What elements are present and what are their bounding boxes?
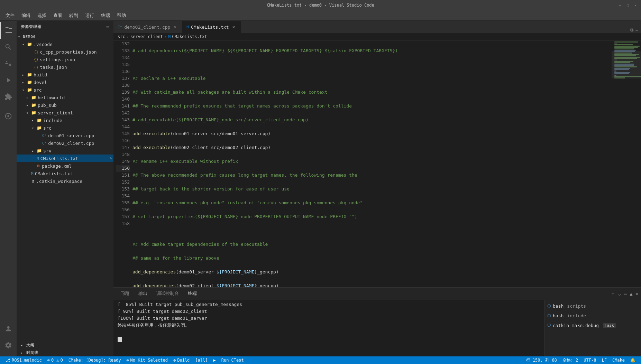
menu-view[interactable]: 查看 [51, 11, 65, 20]
status-play-button[interactable]: ▶ [210, 356, 218, 364]
menu-run[interactable]: 运行 [82, 11, 97, 20]
sidebar-item-helloworld[interactable]: 📁 helloworld [17, 94, 113, 101]
status-encoding[interactable]: UTF-8 [581, 356, 599, 364]
status-all[interactable]: [all] [192, 356, 210, 364]
tab-cmakelists[interactable]: M CMakeLists.txt × [182, 21, 241, 33]
tab-terminal[interactable]: 终端 [184, 289, 201, 298]
terminal-content[interactable]: [ 85%] Built target pub_sub_generate_mes… [113, 300, 544, 356]
line-numbers: 132 133 134 135 136 137 138 139 140 141 … [113, 40, 132, 287]
activity-run[interactable] [0, 72, 17, 88]
sidebar-item-include[interactable]: 📁 include [17, 116, 113, 124]
tab-output[interactable]: 输出 [134, 289, 152, 298]
terminal-split-button[interactable]: ⌵ [618, 291, 621, 297]
status-notifications[interactable]: 🔔 [628, 356, 638, 364]
terminal-close-button[interactable]: × [635, 291, 638, 297]
menu-select[interactable]: 选择 [35, 11, 49, 20]
sidebar: 资源管理器 ⋯ DEMO0 📁 .vscode {} c_cpp_propert… [17, 21, 113, 356]
terminal-more-button[interactable]: ⋯ [624, 291, 627, 297]
status-right: 行 150, 列 68 空格: 2 UTF-8 LF CMake 🔔 [523, 356, 638, 364]
timeline-section[interactable]: 时间线 [17, 349, 113, 356]
status-position[interactable]: 行 150, 列 68 [523, 356, 560, 364]
status-git-branch[interactable]: ⎇ ROS1.melodic [3, 356, 45, 364]
sidebar-item-srv[interactable]: 📁 srv [17, 147, 113, 155]
terminal-instance-catkin[interactable]: ⬡ catkin_make:debug Task [544, 320, 641, 330]
tab-debug-console[interactable]: 调试控制台 [152, 289, 183, 298]
code-line-133 [132, 61, 605, 68]
main-layout: 资源管理器 ⋯ DEMO0 📁 .vscode {} c_cpp_propert… [0, 21, 641, 356]
activity-account[interactable] [0, 320, 17, 337]
new-terminal-button[interactable]: ＋ [611, 291, 615, 297]
sidebar-item-tasks-json[interactable]: {} tasks.json [17, 63, 113, 71]
status-build[interactable]: ⚙ Build [171, 356, 192, 364]
status-spaces[interactable]: 空格: 2 [560, 356, 581, 364]
tab-problems[interactable]: 问题 [116, 289, 134, 298]
code-content[interactable]: # add_dependencies(${PROJECT_NAME} ${${P… [132, 40, 612, 287]
status-cmake[interactable]: CMake: [Debug]: Ready [66, 356, 124, 364]
tab-demo02-client[interactable]: C⁺ demo02_client.cpp × [113, 21, 182, 33]
terminal-maximize-button[interactable]: ▲ [630, 291, 632, 297]
activity-search[interactable] [0, 39, 17, 55]
sidebar-item-demo0[interactable]: DEMO0 [17, 33, 113, 40]
activity-settings[interactable] [0, 337, 17, 354]
menu-terminal[interactable]: 终端 [98, 11, 113, 20]
sidebar-item-devel[interactable]: 📁 devel [17, 78, 113, 86]
sidebar-item-catkin-workspace[interactable]: 🗎 .catkin_workspace [17, 177, 113, 185]
status-errors[interactable]: ⊗ 0 ⚠ 0 [45, 356, 66, 364]
sidebar-item-pub-sub[interactable]: 📁 pub_sub [17, 101, 113, 109]
breadcrumb-cmakelists[interactable]: CMakeLists.txt [172, 34, 207, 39]
maximize-button[interactable]: □ [625, 2, 631, 8]
tab-close-cmake[interactable]: × [231, 24, 237, 30]
breadcrumb-src[interactable]: src [118, 34, 125, 39]
status-bar: ⎇ ROS1.melodic ⊗ 0 ⚠ 0 CMake: [Debug]: R… [0, 356, 641, 364]
sidebar-item-server-client[interactable]: 📁 server_client [17, 109, 113, 116]
terminal-instance-bash-scripts[interactable]: ⬡ bash scripts [544, 301, 641, 311]
sidebar-item-cmakelists[interactable]: M CMakeLists.txt ✎ [17, 155, 113, 162]
menu-edit[interactable]: 编辑 [19, 11, 33, 20]
activity-extensions[interactable] [0, 88, 17, 105]
activity-source-control[interactable] [0, 55, 17, 72]
sidebar-item-src[interactable]: 📁 src [17, 86, 113, 94]
more-actions-button[interactable]: ⋯ [635, 28, 638, 33]
title-bar: CMakeLists.txt - demo0 - Visual Studio C… [0, 0, 641, 10]
status-eol[interactable]: LF [599, 356, 609, 364]
split-editor-button[interactable]: ⧉ [630, 27, 633, 33]
terminal-tabs: 问题 输出 调试控制台 终端 ＋ ⌵ ⋯ ▲ × [113, 288, 641, 300]
status-run-ctest[interactable]: Run CTest [219, 356, 247, 364]
code-line-140: ## Rename C++ executable without prefix [132, 158, 605, 165]
sidebar-item-vscode[interactable]: 📁 .vscode [17, 40, 113, 48]
breadcrumb-server-client[interactable]: server_client [130, 34, 163, 39]
activity-ros[interactable] [0, 108, 17, 124]
breadcrumb: src › server_client › M CMakeLists.txt [113, 33, 641, 40]
sidebar-item-demo01-server[interactable]: C⁺ demo01_server.cpp [17, 132, 113, 139]
window-controls[interactable]: ─ □ ✕ [617, 2, 638, 8]
code-editor[interactable]: 132 133 134 135 136 137 138 139 140 141 … [113, 40, 612, 287]
sidebar-more-button[interactable]: ⋯ [106, 24, 109, 30]
outline-section[interactable]: 大纲 [17, 341, 113, 349]
sidebar-item-c-cpp-properties[interactable]: {} c_cpp_properties.json [17, 48, 113, 56]
code-line-138: add_executable(demo01_server src/demo01_… [132, 130, 605, 137]
menu-bar: 文件 编辑 选择 查看 转到 运行 终端 帮助 [0, 10, 641, 21]
minimap [612, 40, 641, 287]
sidebar-item-package-xml[interactable]: 🗎 package.xml [17, 162, 113, 170]
status-kit[interactable]: ⊙ No Kit Selected [123, 356, 171, 364]
bell-icon: 🔔 [630, 358, 635, 363]
activity-explorer[interactable] [0, 22, 17, 39]
menu-file[interactable]: 文件 [3, 11, 17, 20]
sidebar-item-cmakelists-root[interactable]: M CMakeLists.txt [17, 170, 113, 177]
code-line-143: ## e.g. "rosrun someones_pkg node" inste… [132, 199, 605, 206]
sidebar-item-build[interactable]: 📁 build [17, 71, 113, 78]
terminal-instance-bash-include[interactable]: ⬡ bash include [544, 311, 641, 320]
minimize-button[interactable]: ─ [617, 2, 623, 8]
tab-close-demo02[interactable]: × [172, 24, 178, 30]
sidebar-footer: 大纲 时间线 [17, 341, 113, 356]
sidebar-item-settings-json[interactable]: {} settings.json [17, 56, 113, 63]
status-language[interactable]: CMake [610, 356, 628, 364]
sidebar-item-src-inner[interactable]: 📁 src [17, 124, 113, 132]
menu-go[interactable]: 转到 [66, 11, 81, 20]
code-line-144: # set_target_properties(${PROJECT_NAME}_… [132, 213, 605, 220]
close-button[interactable]: ✕ [633, 2, 638, 8]
terminal-tabs-right: ＋ ⌵ ⋯ ▲ × [611, 291, 638, 297]
terminal-text: [ 85%] Built target pub_sub_generate_mes… [118, 301, 540, 355]
sidebar-item-demo02-client[interactable]: C⁺ demo02_client.cpp [17, 139, 113, 147]
menu-help[interactable]: 帮助 [114, 11, 129, 20]
